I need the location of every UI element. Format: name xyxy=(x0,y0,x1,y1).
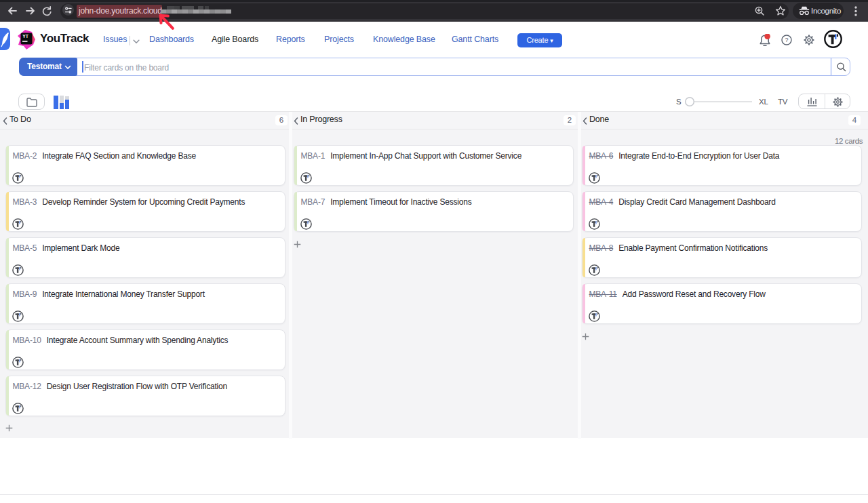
svg-text:YT: YT xyxy=(22,34,29,39)
svg-text:?: ? xyxy=(785,37,788,43)
